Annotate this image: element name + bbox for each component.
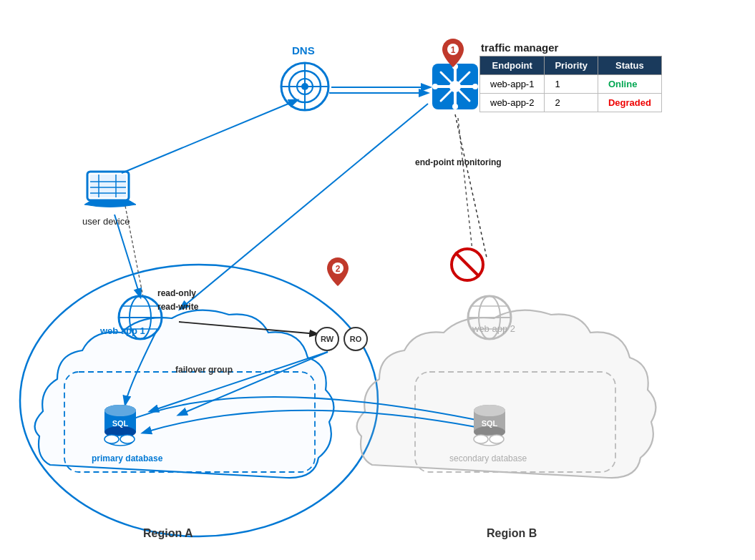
svg-point-0 (20, 265, 378, 536)
svg-line-10 (150, 352, 328, 411)
secondary-db-icon: SQL (464, 398, 515, 449)
svg-text:SQL: SQL (112, 419, 129, 428)
pin-1: 1 (441, 37, 465, 69)
status-2: Degraded (598, 94, 661, 112)
secondary-db-label: secondary database (449, 453, 527, 463)
primary-db-label: primary database (92, 453, 162, 463)
svg-line-11 (179, 352, 328, 415)
readwrite-label: read-write (157, 302, 198, 312)
user-device-icon (84, 170, 136, 213)
endpoint-2: web-app-2 (480, 94, 545, 112)
svg-text:2: 2 (336, 264, 341, 274)
svg-point-71 (474, 435, 488, 443)
svg-text:1: 1 (451, 45, 456, 55)
endpoint-monitoring-label: end-point monitoring (415, 157, 502, 167)
region-b-label: Region B (487, 527, 537, 540)
table-row: web-app-2 2 Degraded (480, 94, 662, 112)
web-app-2-icon (464, 292, 515, 343)
svg-point-63 (104, 435, 119, 443)
col-endpoint: Endpoint (480, 57, 545, 75)
priority-2: 2 (545, 94, 598, 112)
svg-point-32 (432, 84, 438, 89)
svg-line-8 (455, 114, 487, 257)
diagram-container: traffic manager Endpoint Priority Status… (0, 0, 755, 560)
failover-group-label: failover group (175, 365, 233, 375)
readonly-label: read-only (157, 288, 196, 298)
svg-line-9 (179, 322, 317, 334)
svg-line-5 (122, 100, 297, 173)
priority-1: 1 (545, 75, 598, 94)
dns-icon (279, 61, 331, 112)
traffic-manager-label: traffic manager (481, 41, 558, 54)
web-app-2-label: web app 2 (472, 323, 515, 334)
svg-text:SQL: SQL (482, 419, 498, 428)
svg-point-33 (472, 84, 478, 89)
svg-point-68 (474, 405, 505, 416)
svg-point-31 (452, 104, 458, 109)
svg-point-64 (120, 435, 135, 443)
svg-rect-39 (90, 175, 126, 197)
pin-2: 2 (326, 256, 350, 288)
svg-point-60 (104, 405, 136, 416)
traffic-manager-table: Endpoint Priority Status web-app-1 1 Onl… (479, 56, 662, 112)
table-row: web-app-1 1 Online (480, 75, 662, 94)
region-a-label: Region A (143, 527, 193, 540)
svg-line-12 (458, 118, 472, 250)
svg-line-56 (455, 252, 479, 277)
status-1: Online (598, 75, 661, 94)
primary-db-icon: SQL (94, 398, 146, 449)
no-entry-symbol (449, 247, 485, 283)
svg-line-7 (180, 104, 428, 309)
ro-circle: RO (344, 327, 368, 351)
rw-circle: RW (315, 327, 339, 351)
col-priority: Priority (545, 57, 598, 75)
dns-label: DNS (292, 44, 315, 57)
col-status: Status (598, 57, 661, 75)
svg-point-72 (489, 435, 504, 443)
svg-line-6 (115, 215, 140, 297)
user-device-label: user device (82, 216, 130, 227)
web-app-1-label: web app 1 (100, 325, 145, 336)
endpoint-1: web-app-1 (480, 75, 545, 94)
